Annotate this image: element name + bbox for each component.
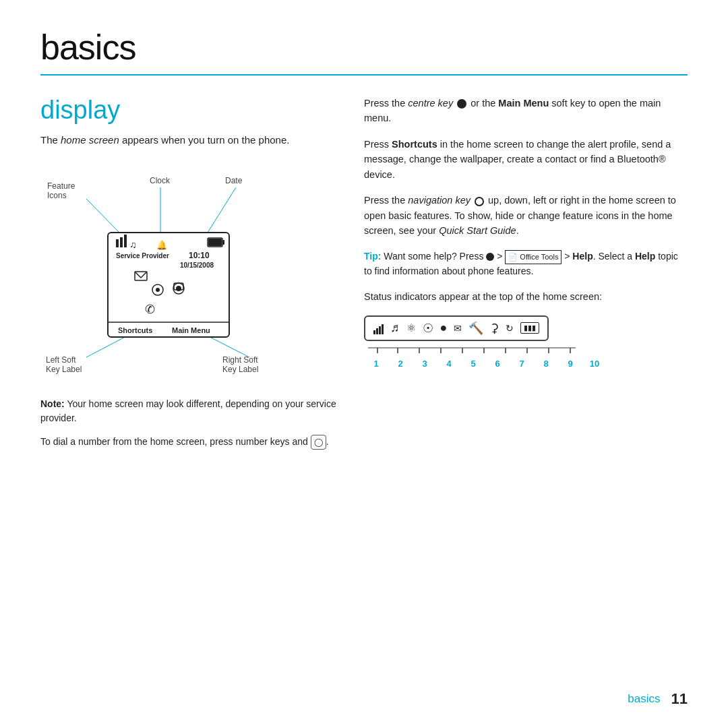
battery-icon: ▮▮▮ (520, 322, 539, 334)
signal-icon (373, 322, 384, 334)
svg-text:🔔: 🔔 (156, 239, 168, 251)
para-navigation: Press the navigation key up, down, left … (364, 193, 688, 238)
circle-icon: ● (440, 321, 448, 335)
bluetooth-icon: ⚛ (406, 322, 416, 334)
svg-text:Date: Date (225, 176, 243, 185)
status-num-3: 3 (413, 359, 437, 369)
status-section: ♬ ⚛ ☉ ● ✉ 🔨 ⚳ ↻ ▮▮▮ (364, 315, 688, 369)
page-title: basics (40, 27, 688, 67)
svg-text:10:10: 10:10 (189, 251, 210, 260)
shortcuts-bold: Shortcuts (392, 139, 437, 150)
status-num-2: 2 (388, 359, 413, 369)
svg-text:Feature: Feature (47, 181, 75, 191)
tick-marks-svg (368, 346, 577, 356)
svg-text:✆: ✆ (145, 303, 155, 316)
right-column: Press the centre key or the Main Menu so… (364, 96, 688, 450)
quick-start-italic: Quick Start Guide (439, 225, 516, 236)
footer-basics-label: basics (628, 692, 660, 706)
para-centre-key: Press the centre key or the Main Menu so… (364, 96, 688, 126)
svg-line-2 (208, 187, 236, 233)
status-num-10: 10 (582, 359, 607, 369)
intro-italic: home screen (61, 134, 119, 146)
arrow-icon: ↻ (506, 323, 514, 334)
para-status: Status indicators appear at the top of t… (364, 289, 688, 304)
svg-rect-15 (120, 237, 123, 247)
intro-text: The home screen appears when you turn on… (40, 133, 337, 148)
phone-diagram-svg: Feature Icons Clock Date Left Soft Key L… (40, 162, 310, 384)
tools-icon: 🔨 (468, 321, 483, 336)
nav-key-italic: navigation key (408, 195, 471, 206)
music-icon: ♬ (390, 321, 400, 335)
svg-text:Right Soft: Right Soft (222, 355, 258, 365)
svg-text:Main Menu: Main Menu (172, 326, 210, 334)
note-text: Note: Your home screen may look differen… (40, 397, 337, 425)
status-num-8: 8 (534, 359, 558, 369)
status-num-7: 7 (510, 359, 534, 369)
note-body: Your home screen may look different, dep… (40, 398, 336, 423)
svg-point-29 (176, 286, 181, 291)
data-icon: ☉ (423, 321, 433, 336)
tip-box: Tip: Want some help? Press > 📄 Office To… (364, 249, 688, 279)
svg-rect-20 (222, 240, 224, 245)
status-numbers-row: 1 2 3 4 5 6 7 8 9 10 (364, 359, 688, 369)
centre-key-icon (457, 99, 466, 109)
left-column: display The home screen appears when you… (40, 96, 337, 450)
svg-line-0 (86, 199, 121, 235)
centre-key-italic: centre key (408, 98, 453, 109)
nav-key-icon (475, 197, 484, 206)
tip-centre-key-icon (486, 253, 494, 261)
svg-rect-13 (108, 233, 229, 337)
status-indicator-box: ♬ ⚛ ☉ ● ✉ 🔨 ⚳ ↻ ▮▮▮ (364, 315, 549, 341)
svg-text:Service Provider: Service Provider (116, 252, 169, 260)
status-num-1: 1 (364, 359, 388, 369)
svg-text:Left Soft: Left Soft (46, 355, 76, 365)
bell-icon: ⚳ (490, 321, 499, 336)
svg-text:Shortcuts: Shortcuts (118, 326, 152, 334)
tick-marks-row (364, 346, 688, 356)
help-bold-2: Help (635, 251, 655, 262)
section-title: display (40, 96, 337, 125)
to-dial-text: To dial a number from the home screen, p… (40, 435, 337, 450)
svg-text:10/15/2008: 10/15/2008 (180, 262, 214, 269)
office-tools-icon: 📄 Office Tools (505, 250, 562, 264)
help-bold-1: Help (572, 251, 593, 262)
phone-diagram-container: Feature Icons Clock Date Left Soft Key L… (40, 162, 337, 386)
content-area: display The home screen appears when you… (40, 96, 688, 450)
tip-text: Want some help? Press > 📄 Office Tools >… (364, 251, 678, 276)
para-shortcuts: Press Shortcuts in the home screen to ch… (364, 137, 688, 182)
note-label: Note: (40, 398, 65, 409)
svg-text:Key Label: Key Label (46, 365, 82, 374)
page: basics display The home screen appears w… (0, 0, 728, 728)
svg-text:Clock: Clock (150, 176, 171, 185)
tip-label: Tip: (364, 251, 381, 262)
svg-text:Icons: Icons (47, 191, 67, 200)
svg-rect-14 (116, 239, 119, 247)
message-icon: ✉ (454, 323, 462, 334)
svg-rect-21 (208, 239, 222, 246)
status-num-6: 6 (485, 359, 510, 369)
svg-text:Key Label: Key Label (222, 365, 258, 374)
status-num-5: 5 (461, 359, 485, 369)
status-num-4: 4 (437, 359, 461, 369)
status-num-9: 9 (558, 359, 582, 369)
svg-point-27 (156, 288, 160, 292)
page-footer: basics 11 (628, 690, 688, 708)
camera-key-icon: ◯ (311, 435, 326, 450)
svg-rect-16 (124, 235, 127, 247)
top-divider (40, 74, 688, 75)
svg-text:♫: ♫ (129, 239, 137, 250)
main-menu-bold: Main Menu (498, 98, 549, 109)
footer-page-number: 11 (671, 690, 688, 708)
